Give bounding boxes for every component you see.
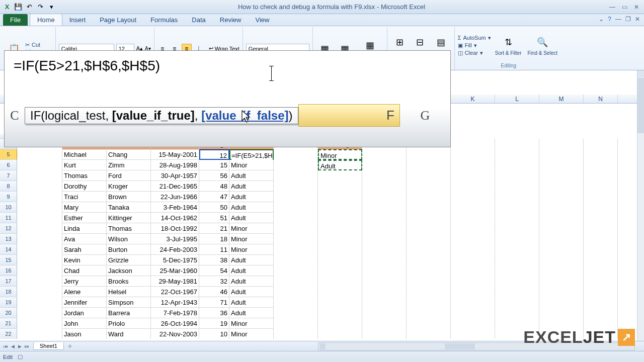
col-header-M[interactable]: M bbox=[539, 95, 584, 103]
table-cell-age[interactable]: 50 bbox=[199, 202, 229, 213]
cell[interactable] bbox=[318, 329, 362, 339]
tab-review[interactable]: Review bbox=[213, 14, 249, 26]
table-cell-last[interactable]: Burton bbox=[107, 244, 151, 255]
function-tooltip[interactable]: IF(logical_test, [value_if_true], [value… bbox=[25, 107, 298, 124]
table-cell-birthdate[interactable]: 18-Oct-1992 bbox=[151, 223, 199, 234]
cell[interactable] bbox=[274, 149, 318, 160]
table-cell-status[interactable]: Adult bbox=[229, 308, 274, 318]
cell[interactable] bbox=[318, 213, 362, 223]
cell[interactable] bbox=[318, 297, 362, 308]
cell[interactable] bbox=[17, 181, 62, 192]
cell[interactable] bbox=[407, 244, 451, 255]
cell[interactable] bbox=[407, 276, 451, 287]
sheet-nav-prev-icon[interactable]: ◀ bbox=[9, 344, 16, 349]
table-cell-age[interactable]: 12 bbox=[199, 149, 229, 160]
tooltip-arg-link[interactable]: [value_if_false] bbox=[201, 109, 288, 122]
macro-record-icon[interactable]: ▢ bbox=[18, 353, 23, 360]
cell[interactable] bbox=[274, 265, 318, 276]
cell[interactable] bbox=[318, 202, 362, 213]
tab-view[interactable]: View bbox=[248, 14, 276, 26]
workbook-close-icon[interactable]: ✕ bbox=[635, 16, 640, 23]
qat-dropdown-icon[interactable]: ▾ bbox=[46, 2, 56, 12]
cell[interactable] bbox=[407, 213, 451, 223]
cell[interactable] bbox=[451, 308, 495, 318]
cell[interactable] bbox=[17, 244, 62, 255]
workbook-minimize-icon[interactable]: — bbox=[615, 16, 621, 23]
cell[interactable] bbox=[584, 213, 618, 223]
cell[interactable] bbox=[584, 223, 618, 234]
cell[interactable] bbox=[274, 244, 318, 255]
cell[interactable] bbox=[318, 255, 362, 265]
cell[interactable] bbox=[274, 255, 318, 265]
cell[interactable] bbox=[407, 160, 451, 170]
cell[interactable] bbox=[17, 192, 62, 202]
table-cell-status[interactable]: Adult bbox=[229, 276, 274, 287]
cell[interactable] bbox=[495, 255, 539, 265]
cell[interactable] bbox=[274, 202, 318, 213]
table-cell-first[interactable]: Traci bbox=[62, 192, 107, 202]
cell[interactable] bbox=[539, 181, 584, 192]
clear-button[interactable]: ◫Clear ▾ bbox=[458, 50, 491, 56]
cell[interactable] bbox=[318, 223, 362, 234]
cell[interactable] bbox=[584, 192, 618, 202]
worksheet-grid[interactable]: 3 4 First Last Birthdate Age Status Stat… bbox=[0, 134, 637, 339]
cell[interactable] bbox=[539, 149, 584, 160]
row-header[interactable]: 6 bbox=[0, 160, 17, 170]
cell[interactable] bbox=[495, 287, 539, 297]
cell[interactable] bbox=[17, 223, 62, 234]
cell[interactable] bbox=[362, 244, 407, 255]
cell[interactable] bbox=[274, 181, 318, 192]
table-cell-first[interactable]: Mary bbox=[62, 202, 107, 213]
table-cell-status[interactable]: Adult bbox=[229, 297, 274, 308]
table-cell-first[interactable]: Jerry bbox=[62, 276, 107, 287]
col-header-K[interactable]: K bbox=[451, 95, 495, 103]
row-header[interactable]: 18 bbox=[0, 287, 17, 297]
cell[interactable] bbox=[584, 244, 618, 255]
row-header[interactable]: 22 bbox=[0, 329, 17, 339]
table-cell-status[interactable]: Adult bbox=[229, 181, 274, 192]
status-key-minor[interactable]: Minor bbox=[318, 149, 362, 160]
table-cell-first[interactable]: Thomas bbox=[62, 170, 107, 181]
table-cell-first[interactable]: Michael bbox=[62, 149, 107, 160]
table-cell-last[interactable]: Ward bbox=[107, 329, 151, 339]
cell[interactable] bbox=[362, 287, 407, 297]
table-cell-birthdate[interactable]: 3-Jul-1995 bbox=[151, 234, 199, 244]
cell[interactable] bbox=[407, 318, 451, 329]
sheet-nav-next-icon[interactable]: ▶ bbox=[16, 344, 23, 349]
table-cell-birthdate[interactable]: 22-Jun-1966 bbox=[151, 192, 199, 202]
cell[interactable] bbox=[17, 276, 62, 287]
cell[interactable] bbox=[539, 255, 584, 265]
table-cell-first[interactable]: Chad bbox=[62, 265, 107, 276]
table-cell-age[interactable]: 36 bbox=[199, 308, 229, 318]
table-cell-first[interactable]: Jordan bbox=[62, 308, 107, 318]
cell[interactable] bbox=[495, 308, 539, 318]
table-cell-age[interactable]: 15 bbox=[199, 160, 229, 170]
row-header[interactable]: 21 bbox=[0, 318, 17, 329]
cell[interactable] bbox=[407, 170, 451, 181]
cell[interactable] bbox=[17, 213, 62, 223]
cell[interactable] bbox=[407, 192, 451, 202]
cell[interactable] bbox=[495, 160, 539, 170]
cell[interactable] bbox=[451, 223, 495, 234]
cell[interactable] bbox=[274, 213, 318, 223]
cell[interactable] bbox=[584, 202, 618, 213]
cell[interactable] bbox=[362, 192, 407, 202]
table-cell-status[interactable]: Adult bbox=[229, 213, 274, 223]
cell[interactable] bbox=[362, 329, 407, 339]
maximize-button[interactable]: ▭ bbox=[619, 3, 630, 12]
cell[interactable] bbox=[539, 265, 584, 276]
row-header[interactable]: 5 bbox=[0, 149, 17, 160]
cell[interactable] bbox=[451, 287, 495, 297]
table-cell-last[interactable]: Priolo bbox=[107, 318, 151, 329]
cell[interactable] bbox=[274, 297, 318, 308]
cell[interactable] bbox=[539, 276, 584, 287]
cell[interactable] bbox=[318, 287, 362, 297]
table-cell-last[interactable]: Kittinger bbox=[107, 213, 151, 223]
table-cell-first[interactable]: Ava bbox=[62, 234, 107, 244]
table-cell-birthdate[interactable]: 12-Apr-1943 bbox=[151, 297, 199, 308]
cell[interactable] bbox=[584, 265, 618, 276]
table-cell-birthdate[interactable]: 24-Feb-2003 bbox=[151, 244, 199, 255]
cell[interactable] bbox=[584, 297, 618, 308]
cell[interactable] bbox=[17, 255, 62, 265]
cell[interactable] bbox=[17, 318, 62, 329]
